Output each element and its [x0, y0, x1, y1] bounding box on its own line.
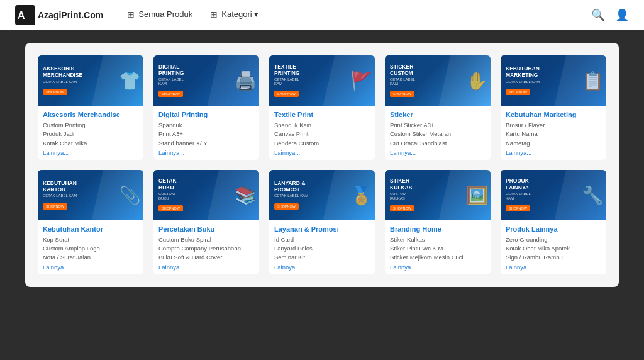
list-item: Seminar Kit [274, 253, 370, 262]
list-item: Spanduk Kain [274, 121, 370, 130]
card-image-title: PRODUK LAINNYA CETAK LABEL KAM [506, 177, 535, 201]
nav-semua-produk[interactable]: ⊞ Semua Produk [118, 0, 201, 30]
list-item: Sign / Rambu Rambu [506, 253, 601, 262]
category-title: Kebutuhan Kantor [43, 225, 138, 233]
card-image-sticker: STICKER CUSTOM CETAK LABEL KAM SHOPNOW ✋ [385, 55, 491, 106]
list-item: Compro Company Perusahaan [158, 244, 254, 253]
more-link[interactable]: Lainnya... [506, 264, 601, 271]
card-image-title: STICKER CUSTOM CETAK LABEL KAM [390, 64, 419, 87]
more-link[interactable]: Lainnya... [390, 264, 486, 271]
card-body: Sticker Print Sticker A3+Custom Stiker M… [385, 106, 491, 160]
shopnow-button[interactable]: SHOPNOW [43, 89, 67, 95]
list-item: Cut Oracal Sandblast [390, 139, 486, 148]
logo-icon: A [15, 5, 35, 25]
list-item: Bendera Custom [274, 139, 370, 148]
card-image-title: DIGITAL PRINTING CETAK LABEL KAM [158, 64, 187, 87]
card-body: Kebutuhan Marketing Brosur / FlayerKartu… [501, 106, 606, 160]
category-card-digital-printing[interactable]: DIGITAL PRINTING CETAK LABEL KAM SHOPNOW… [153, 55, 259, 160]
category-title: Aksesoris Merchandise [43, 111, 138, 118]
main-header: A AzagiPrint.Com ⊞ Semua Produk ⊞ Katego… [0, 0, 644, 30]
category-title: Digital Printing [158, 111, 254, 118]
list-item: Stiker Pintu Wc K.M [390, 244, 486, 253]
nav-kategori[interactable]: ⊞ Kategori ▾ [201, 0, 267, 30]
category-icon: 🖼️ [466, 184, 488, 205]
card-image-title: KEBUTUHAN KANTOR CETAK LABEL KAM [43, 180, 77, 199]
card-image-title: STIKER KULKAS CUSTOM KULKAS [390, 177, 416, 201]
category-icon: 🚩 [350, 70, 372, 91]
category-card-branding-home[interactable]: STIKER KULKAS CUSTOM KULKAS SHOPNOW 🖼️ B… [385, 170, 491, 274]
logo[interactable]: A AzagiPrint.Com [15, 5, 103, 25]
category-title: Produk Lainnya [506, 225, 601, 233]
list-item: Sticker Mejikom Mesin Cuci [390, 253, 486, 262]
more-link[interactable]: Lainnya... [274, 149, 370, 156]
shopnow-button[interactable]: SHOPNOW [390, 205, 414, 211]
card-body: Layanan & Promosi Id CardLanyard PolosSe… [269, 220, 375, 274]
card-body: Digital Printing SpandukPrint A3+Stand b… [153, 106, 259, 160]
category-card-percetakan-buku[interactable]: CETAK BUKU CUSTOM BUKU SHOPNOW 📚 Perceta… [153, 170, 259, 274]
user-button[interactable]: 👤 [615, 8, 629, 22]
category-card-kebutuhan-marketing[interactable]: KEBUTUHAN MARKETING CETAK LABEL KAM SHOP… [501, 55, 606, 160]
card-image-percetakan-buku: CETAK BUKU CUSTOM BUKU SHOPNOW 📚 [153, 170, 259, 220]
category-card-layanan-promosi[interactable]: LANYARD & PROMOSI CETAK LABEL KAM SHOPNO… [269, 170, 375, 274]
more-link[interactable]: Lainnya... [506, 149, 601, 156]
category-title: Kebutuhan Marketing [506, 111, 601, 118]
category-card-textile-print[interactable]: TEXTILE PRINTING CETAK LABEL KAM SHOPNOW… [269, 55, 375, 160]
card-body: Kebutuhan Kantor Kop SuratCustom Amplop … [38, 220, 143, 274]
more-link[interactable]: Lainnya... [274, 264, 370, 271]
list-item: Custom Stiker Metaran [390, 130, 486, 138]
more-link[interactable]: Lainnya... [390, 149, 486, 156]
list-item: Stiker Kulkas [390, 235, 486, 244]
category-icon: 📎 [119, 184, 141, 205]
category-icon: ✋ [466, 70, 488, 91]
more-link[interactable]: Lainnya... [158, 264, 254, 271]
category-card-sticker[interactable]: STICKER CUSTOM CETAK LABEL KAM SHOPNOW ✋… [385, 55, 491, 160]
card-image-aksesoris-merchandise: AKSESORIS MERCHANDISE CETAK LABEL KAM SH… [38, 55, 143, 106]
shopnow-button[interactable]: SHOPNOW [43, 203, 67, 210]
category-card-produk-lainnya[interactable]: PRODUK LAINNYA CETAK LABEL KAM SHOPNOW 🔧… [501, 170, 606, 274]
more-link[interactable]: Lainnya... [43, 149, 138, 156]
more-link[interactable]: Lainnya... [43, 264, 138, 271]
category-icon: 👕 [119, 70, 141, 91]
list-item: Custom Printing [43, 121, 138, 130]
list-item: Custom Buku Spiral [158, 235, 254, 244]
card-image-title: AKSESORIS MERCHANDISE CETAK LABEL KAM [43, 65, 86, 84]
category-title: Sticker [390, 111, 486, 118]
category-grid: AKSESORIS MERCHANDISE CETAK LABEL KAM SH… [38, 55, 606, 274]
shopnow-button[interactable]: SHOPNOW [506, 89, 530, 95]
category-icon: 🔧 [582, 184, 604, 205]
grid2-icon: ⊞ [210, 9, 218, 20]
list-item: Buku Soft & Hard Cover [158, 253, 254, 262]
category-icon: 📋 [582, 70, 604, 91]
category-card-aksesoris-merchandise[interactable]: AKSESORIS MERCHANDISE CETAK LABEL KAM SH… [38, 55, 143, 160]
header-actions: 🔍 👤 [591, 8, 629, 22]
list-item: Custom Amplop Logo [43, 244, 138, 253]
shopnow-button[interactable]: SHOPNOW [506, 205, 530, 211]
category-icon: 🖨️ [235, 70, 257, 91]
category-title: Branding Home [390, 225, 486, 233]
search-button[interactable]: 🔍 [591, 8, 605, 22]
category-card-kebutuhan-kantor[interactable]: KEBUTUHAN KANTOR CETAK LABEL KAM SHOPNOW… [38, 170, 143, 274]
card-image-produk-lainnya: PRODUK LAINNYA CETAK LABEL KAM SHOPNOW 🔧 [501, 170, 606, 220]
card-image-title: TEXTILE PRINTING CETAK LABEL KAM [274, 64, 304, 87]
list-item: Stand banner X/ Y [158, 139, 254, 148]
card-body: Percetakan Buku Custom Buku SpiralCompro… [153, 220, 259, 274]
list-item: Lanyard Polos [274, 244, 370, 253]
shopnow-button[interactable]: SHOPNOW [158, 205, 183, 211]
shopnow-button[interactable]: SHOPNOW [390, 91, 414, 97]
card-image-digital-printing: DIGITAL PRINTING CETAK LABEL KAM SHOPNOW… [153, 55, 259, 106]
category-title: Textile Print [274, 111, 370, 118]
category-icon: 🏅 [350, 184, 372, 205]
logo-text: AzagiPrint.Com [38, 10, 103, 20]
more-link[interactable]: Lainnya... [158, 149, 254, 156]
shopnow-button[interactable]: SHOPNOW [274, 203, 299, 210]
card-body: Textile Print Spanduk KainCanvas PrintBe… [269, 106, 375, 160]
shopnow-button[interactable]: SHOPNOW [158, 91, 183, 97]
card-image-title: KEBUTUHAN MARKETING CETAK LABEL KAM [506, 65, 547, 84]
card-image-branding-home: STIKER KULKAS CUSTOM KULKAS SHOPNOW 🖼️ [385, 170, 491, 220]
shopnow-button[interactable]: SHOPNOW [274, 91, 299, 97]
card-body: Aksesoris Merchandise Custom PrintingPro… [38, 106, 143, 160]
card-body: Branding Home Stiker KulkasStiker Pintu … [385, 220, 491, 274]
category-icon: 📚 [235, 184, 257, 205]
list-item: Nametag [506, 139, 601, 148]
list-item: Nota / Surat Jalan [43, 253, 138, 262]
